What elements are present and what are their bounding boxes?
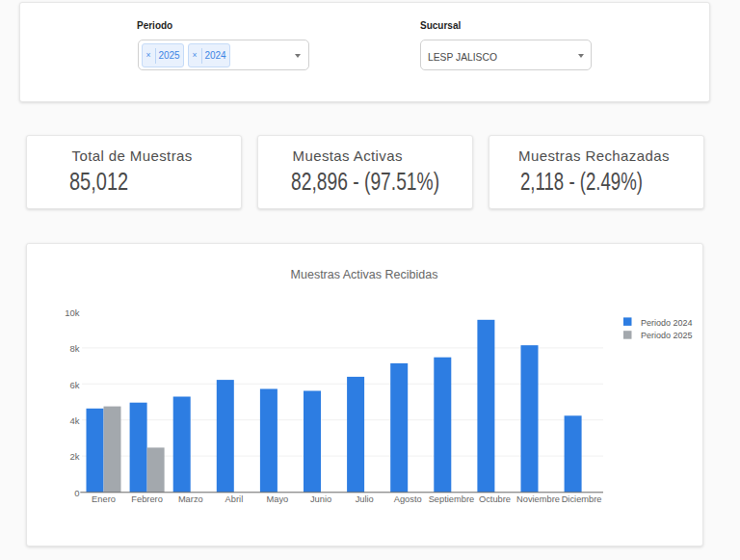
svg-text:8k: 8k [69,343,79,354]
svg-text:Periodo 2024: Periodo 2024 [641,318,693,328]
svg-text:10k: 10k [65,307,80,318]
svg-text:2k: 2k [69,451,79,462]
svg-text:Noviembre: Noviembre [516,494,560,504]
svg-text:4k: 4k [69,415,79,426]
svg-text:Julio: Julio [356,494,374,504]
svg-text:Septiembre: Septiembre [429,494,475,504]
svg-text:Diciembre: Diciembre [562,494,602,504]
svg-text:Muestras Activas Recibidas: Muestras Activas Recibidas [291,268,438,281]
svg-text:6k: 6k [69,380,79,390]
svg-text:0: 0 [74,488,79,498]
svg-text:Enero: Enero [92,494,116,504]
svg-text:Abril: Abril [225,494,244,504]
svg-text:Mayo: Mayo [267,494,289,504]
svg-text:Periodo 2025: Periodo 2025 [641,331,693,340]
svg-text:Junio: Junio [310,494,331,504]
svg-text:Octubre: Octubre [479,494,511,504]
svg-text:Marzo: Marzo [178,494,203,504]
svg-text:Febrero: Febrero [131,494,163,504]
svg-text:Agosto: Agosto [394,494,422,504]
